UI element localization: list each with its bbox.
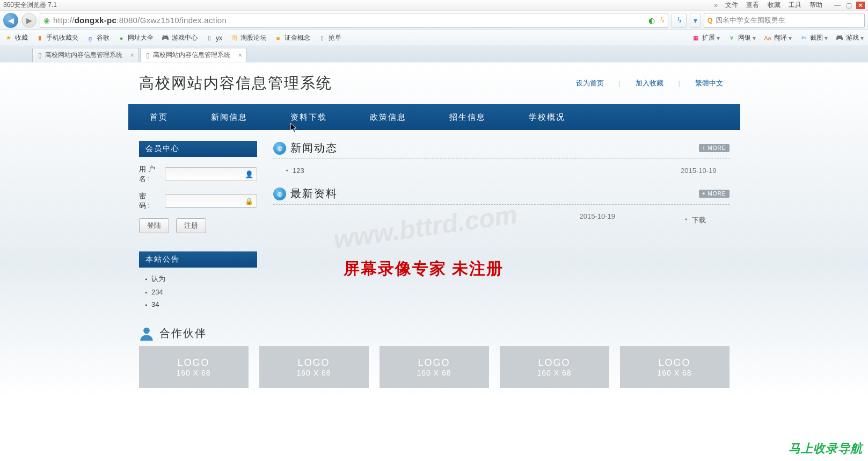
partner-logo[interactable]: LOGO160 X 68 bbox=[500, 346, 609, 388]
url-text: http://dongxk-pc:8080/Gxwz1510/index.act… bbox=[53, 16, 645, 25]
tab-close-icon[interactable]: × bbox=[130, 52, 134, 59]
toolbar-item[interactable]: ▦扩展▾ bbox=[691, 33, 720, 42]
member-panel-title: 会员中心 bbox=[139, 141, 257, 157]
search-box[interactable]: Q bbox=[704, 13, 865, 28]
browser-tab[interactable]: ▯高校网站内容信息管理系统× bbox=[32, 48, 139, 62]
tab-bar: ▯高校网站内容信息管理系统×▯高校网站内容信息管理系统× bbox=[0, 46, 868, 62]
bookmark-icon: g bbox=[86, 34, 94, 42]
bookmark-item[interactable]: ▯yx bbox=[205, 34, 222, 42]
chevron-down-icon: ▾ bbox=[789, 34, 792, 42]
bookmark-icon: ★ bbox=[4, 34, 13, 42]
partner-logo[interactable]: LOGO160 X 68 bbox=[139, 346, 249, 388]
bookmark-item[interactable]: 淘淘股论坛 bbox=[230, 33, 266, 42]
addr-icons: ◐ ϟ bbox=[645, 16, 665, 25]
browser-menu: 文件 查看 收藏 工具 帮助 bbox=[722, 1, 826, 10]
bookmark-icon: 🎮 bbox=[161, 34, 170, 42]
partner-logo[interactable]: LOGO160 X 68 bbox=[259, 346, 369, 388]
nav-admission[interactable]: 招生信息 bbox=[449, 112, 486, 123]
notice-item[interactable]: 34 bbox=[141, 298, 255, 311]
dropdown-button[interactable]: ▾ bbox=[690, 13, 701, 28]
nav-downloads[interactable]: 资料下载 bbox=[290, 112, 327, 123]
resource-download[interactable]: 下载 bbox=[674, 212, 717, 228]
toolbar-icon: ▦ bbox=[691, 34, 700, 42]
notice-panel-title: 本站公告 bbox=[139, 251, 257, 268]
bookmark-icon: ■ bbox=[274, 34, 282, 42]
partner-logo[interactable]: LOGO160 X 68 bbox=[380, 346, 489, 388]
search-input[interactable] bbox=[716, 16, 861, 24]
bookmark-icon: ● bbox=[117, 34, 126, 42]
link-set-home[interactable]: 设为首页 bbox=[576, 79, 604, 87]
nav-news[interactable]: 新闻信息 bbox=[211, 112, 247, 123]
toolbar-item[interactable]: ¥网银▾ bbox=[727, 33, 756, 42]
notice-item[interactable]: 234 bbox=[141, 286, 255, 298]
nav-policy[interactable]: 政策信息 bbox=[370, 112, 406, 123]
tab-close-icon[interactable]: × bbox=[238, 52, 242, 59]
menu-expand[interactable]: » bbox=[714, 2, 718, 9]
speed-mode-button[interactable]: ϟ bbox=[672, 13, 687, 28]
menu-tools[interactable]: 工具 bbox=[789, 1, 801, 9]
nav-back-button[interactable]: ◀ bbox=[3, 13, 18, 28]
window-buttons: — ▢ ✕ bbox=[832, 2, 865, 9]
toolbar-item[interactable]: ✄截图▾ bbox=[799, 33, 828, 42]
max-button[interactable]: ▢ bbox=[845, 2, 854, 9]
bookmarks-bar: ★收藏▮手机收藏夹g谷歌●网址大全🎮游戏中心▯yx淘淘股论坛■证金概念▯抢单 ▦… bbox=[0, 30, 868, 46]
menu-file[interactable]: 文件 bbox=[725, 1, 738, 9]
resources-more-button[interactable]: + MORE bbox=[699, 190, 730, 198]
site-header: 高校网站内容信息管理系统 设为首页 | 加入收藏 | 繁體中文 bbox=[128, 68, 740, 104]
resources-title: 最新资料 bbox=[290, 186, 338, 201]
nav-about[interactable]: 学校概况 bbox=[529, 112, 565, 123]
search-engine-icon[interactable]: Q bbox=[707, 17, 712, 24]
eco-icon[interactable]: ◐ bbox=[648, 16, 655, 25]
watermark-footer: 马上收录导航 bbox=[789, 441, 863, 457]
chevron-down-icon: ▾ bbox=[860, 34, 864, 42]
bookmark-item[interactable]: g谷歌 bbox=[86, 33, 110, 42]
resources-body: 2015-10-19 下载 bbox=[273, 205, 730, 240]
flash-icon[interactable]: ϟ bbox=[660, 16, 665, 25]
partners-row: LOGO160 X 68LOGO160 X 68LOGO160 X 68LOGO… bbox=[128, 346, 740, 399]
login-button[interactable]: 登陆 bbox=[139, 218, 169, 233]
lock-icon: 🔒 bbox=[245, 197, 253, 205]
link-add-fav[interactable]: 加入收藏 bbox=[636, 79, 663, 87]
close-button[interactable]: ✕ bbox=[856, 2, 865, 9]
nav-forward-button[interactable]: ▶ bbox=[21, 13, 37, 28]
bookmark-item[interactable]: ★收藏 bbox=[4, 33, 28, 42]
browser-tab[interactable]: ▯高校网站内容信息管理系统× bbox=[140, 48, 247, 62]
link-traditional[interactable]: 繁體中文 bbox=[695, 79, 723, 87]
menu-view[interactable]: 查看 bbox=[746, 1, 759, 9]
toolbar-icon: Aa bbox=[763, 34, 772, 42]
bookmark-item[interactable]: ●网址大全 bbox=[117, 33, 154, 42]
nav-home[interactable]: 首页 bbox=[150, 112, 168, 123]
news-body: 123 2015-10-19 bbox=[273, 159, 730, 186]
bookmark-item[interactable]: 🎮游戏中心 bbox=[161, 33, 198, 42]
login-form: 用户名: 👤 密 码: 🔒 登陆 注册 bbox=[139, 157, 257, 241]
shield-icon: ◉ bbox=[43, 16, 50, 25]
toolbar-item[interactable]: Aa翻译▾ bbox=[763, 33, 792, 42]
news-more-button[interactable]: + MORE bbox=[699, 144, 730, 152]
browser-titlebar: 360安全浏览器 7.1 » 文件 查看 收藏 工具 帮助 — ▢ ✕ bbox=[0, 0, 868, 11]
toolbar-item[interactable]: 🎮游戏▾ bbox=[835, 33, 864, 42]
resource-date: 2015-10-19 bbox=[579, 212, 615, 228]
bookmark-icon: ▮ bbox=[35, 34, 44, 42]
toolbar-icon: ¥ bbox=[727, 34, 736, 42]
news-item[interactable]: 123 2015-10-19 bbox=[275, 163, 727, 178]
top-links: 设为首页 | 加入收藏 | 繁體中文 bbox=[570, 78, 729, 88]
page-content: 高校网站内容信息管理系统 设为首页 | 加入收藏 | 繁體中文 首页 新闻信息 … bbox=[0, 62, 868, 399]
bookmark-item[interactable]: ■证金概念 bbox=[274, 33, 310, 42]
bookmark-item[interactable]: ▯抢单 bbox=[318, 33, 341, 42]
user-icon: 👤 bbox=[245, 170, 253, 178]
notice-item[interactable]: 认为 bbox=[141, 272, 255, 286]
partner-logo[interactable]: LOGO160 X 68 bbox=[620, 346, 730, 388]
min-button[interactable]: — bbox=[833, 2, 842, 9]
password-input[interactable]: 🔒 bbox=[165, 194, 257, 208]
globe-icon: ◍ bbox=[273, 188, 286, 200]
username-input[interactable]: 👤 bbox=[165, 167, 257, 181]
resources-header: ◍ 最新资料 + MORE bbox=[273, 186, 730, 205]
menu-fav[interactable]: 收藏 bbox=[768, 1, 781, 9]
menu-help[interactable]: 帮助 bbox=[809, 1, 822, 9]
address-bar[interactable]: ◉ http://dongxk-pc:8080/Gxwz1510/index.a… bbox=[40, 13, 668, 28]
main-nav: 首页 新闻信息 资料下载 政策信息 招生信息 学校概况 bbox=[128, 104, 740, 130]
register-button[interactable]: 注册 bbox=[176, 218, 206, 233]
bookmark-icon: ▯ bbox=[205, 34, 214, 42]
bookmark-item[interactable]: ▮手机收藏夹 bbox=[35, 33, 78, 42]
partners-title: 合作伙伴 bbox=[159, 326, 207, 341]
